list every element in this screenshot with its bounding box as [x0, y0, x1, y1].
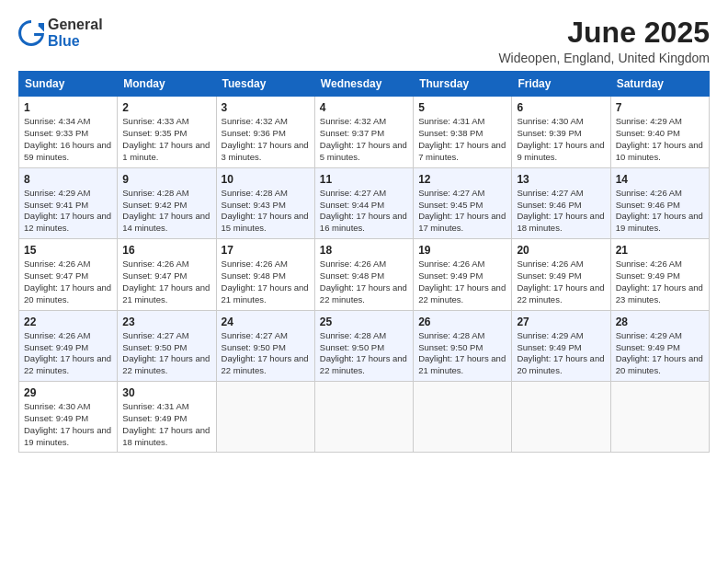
day-info: Sunrise: 4:33 AMSunset: 9:35 PMDaylight:… — [122, 116, 210, 163]
calendar-cell: 7Sunrise: 4:29 AMSunset: 9:40 PMDaylight… — [610, 97, 709, 167]
calendar-week-3: 15Sunrise: 4:26 AMSunset: 9:47 PMDayligh… — [19, 239, 710, 310]
day-number: 19 — [418, 243, 506, 258]
day-info: Sunrise: 4:26 AMSunset: 9:47 PMDaylight:… — [122, 259, 210, 305]
day-info: Sunrise: 4:34 AMSunset: 9:33 PMDaylight:… — [24, 116, 112, 163]
day-info: Sunrise: 4:29 AMSunset: 9:49 PMDaylight:… — [517, 330, 605, 377]
day-number: 12 — [418, 172, 506, 187]
day-number: 4 — [320, 100, 408, 115]
calendar-cell: 23Sunrise: 4:27 AMSunset: 9:50 PMDayligh… — [118, 310, 216, 381]
day-info: Sunrise: 4:29 AMSunset: 9:41 PMDaylight:… — [24, 188, 112, 235]
day-number: 18 — [320, 243, 408, 258]
day-info: Sunrise: 4:30 AMSunset: 9:39 PMDaylight:… — [517, 116, 605, 163]
calendar-cell: 18Sunrise: 4:26 AMSunset: 9:48 PMDayligh… — [314, 239, 413, 310]
calendar-cell: 1Sunrise: 4:34 AMSunset: 9:33 PMDaylight… — [19, 97, 118, 167]
day-number: 8 — [24, 172, 112, 187]
logo: General Blue — [18, 17, 103, 49]
day-number: 23 — [122, 315, 210, 329]
calendar-cell: 25Sunrise: 4:28 AMSunset: 9:50 PMDayligh… — [314, 310, 413, 381]
day-info: Sunrise: 4:31 AMSunset: 9:49 PMDaylight:… — [122, 401, 210, 448]
calendar-cell — [216, 381, 314, 452]
month-title: June 2025 — [498, 17, 710, 49]
day-info: Sunrise: 4:31 AMSunset: 9:38 PMDaylight:… — [418, 116, 506, 163]
calendar-cell: 27Sunrise: 4:29 AMSunset: 9:49 PMDayligh… — [512, 310, 610, 381]
weekday-header-monday: Monday — [118, 72, 216, 97]
day-number: 5 — [418, 100, 506, 115]
day-number: 1 — [24, 100, 112, 115]
calendar-cell: 30Sunrise: 4:31 AMSunset: 9:49 PMDayligh… — [118, 381, 216, 452]
day-number: 24 — [222, 315, 310, 329]
day-info: Sunrise: 4:26 AMSunset: 9:47 PMDaylight:… — [24, 259, 112, 305]
day-info: Sunrise: 4:26 AMSunset: 9:48 PMDaylight:… — [320, 259, 408, 305]
calendar-cell — [414, 381, 512, 452]
day-info: Sunrise: 4:32 AMSunset: 9:37 PMDaylight:… — [320, 116, 408, 163]
header-area: General Blue June 2025 Wideopen, England… — [18, 17, 710, 65]
calendar-cell: 5Sunrise: 4:31 AMSunset: 9:38 PMDaylight… — [414, 97, 512, 167]
day-info: Sunrise: 4:27 AMSunset: 9:50 PMDaylight:… — [222, 330, 310, 377]
day-info: Sunrise: 4:28 AMSunset: 9:50 PMDaylight:… — [320, 330, 408, 377]
calendar-cell: 3Sunrise: 4:32 AMSunset: 9:36 PMDaylight… — [216, 97, 314, 167]
day-info: Sunrise: 4:26 AMSunset: 9:49 PMDaylight:… — [24, 330, 112, 377]
day-number: 11 — [320, 172, 408, 187]
calendar-cell: 15Sunrise: 4:26 AMSunset: 9:47 PMDayligh… — [19, 239, 118, 310]
calendar-cell — [314, 381, 413, 452]
calendar-cell: 29Sunrise: 4:30 AMSunset: 9:49 PMDayligh… — [19, 381, 118, 452]
logo-text: General Blue — [48, 17, 103, 49]
day-number: 26 — [418, 315, 506, 329]
day-number: 27 — [517, 315, 605, 329]
calendar-cell: 12Sunrise: 4:27 AMSunset: 9:45 PMDayligh… — [414, 167, 512, 238]
day-number: 7 — [616, 100, 704, 115]
weekday-header-friday: Friday — [512, 72, 610, 97]
day-number: 28 — [616, 315, 704, 329]
logo-icon — [18, 20, 44, 46]
day-info: Sunrise: 4:30 AMSunset: 9:49 PMDaylight:… — [24, 401, 112, 448]
day-info: Sunrise: 4:26 AMSunset: 9:49 PMDaylight:… — [517, 259, 605, 305]
calendar-cell: 8Sunrise: 4:29 AMSunset: 9:41 PMDaylight… — [19, 167, 118, 238]
day-number: 14 — [616, 172, 704, 187]
calendar-week-4: 22Sunrise: 4:26 AMSunset: 9:49 PMDayligh… — [19, 310, 710, 381]
weekday-header-wednesday: Wednesday — [314, 72, 413, 97]
day-info: Sunrise: 4:26 AMSunset: 9:46 PMDaylight:… — [616, 188, 704, 235]
calendar-body: 1Sunrise: 4:34 AMSunset: 9:33 PMDaylight… — [19, 97, 710, 453]
day-number: 29 — [24, 385, 112, 400]
calendar-cell: 14Sunrise: 4:26 AMSunset: 9:46 PMDayligh… — [610, 167, 709, 238]
day-info: Sunrise: 4:27 AMSunset: 9:45 PMDaylight:… — [418, 188, 506, 235]
weekday-header-sunday: Sunday — [19, 72, 118, 97]
weekday-header-row: SundayMondayTuesdayWednesdayThursdayFrid… — [19, 72, 710, 97]
day-number: 13 — [517, 172, 605, 187]
calendar-week-5: 29Sunrise: 4:30 AMSunset: 9:49 PMDayligh… — [19, 381, 710, 452]
calendar-cell: 10Sunrise: 4:28 AMSunset: 9:43 PMDayligh… — [216, 167, 314, 238]
day-info: Sunrise: 4:28 AMSunset: 9:42 PMDaylight:… — [122, 188, 210, 235]
page: General Blue June 2025 Wideopen, England… — [0, 0, 728, 563]
calendar-week-1: 1Sunrise: 4:34 AMSunset: 9:33 PMDaylight… — [19, 97, 710, 167]
day-number: 22 — [24, 315, 112, 329]
day-info: Sunrise: 4:26 AMSunset: 9:49 PMDaylight:… — [616, 259, 704, 305]
day-info: Sunrise: 4:26 AMSunset: 9:48 PMDaylight:… — [222, 259, 310, 305]
day-number: 10 — [222, 172, 310, 187]
location-title: Wideopen, England, United Kingdom — [498, 51, 710, 65]
calendar-cell: 24Sunrise: 4:27 AMSunset: 9:50 PMDayligh… — [216, 310, 314, 381]
calendar-cell: 22Sunrise: 4:26 AMSunset: 9:49 PMDayligh… — [19, 310, 118, 381]
calendar-table: SundayMondayTuesdayWednesdayThursdayFrid… — [18, 71, 710, 453]
calendar-cell: 9Sunrise: 4:28 AMSunset: 9:42 PMDaylight… — [118, 167, 216, 238]
day-info: Sunrise: 4:29 AMSunset: 9:49 PMDaylight:… — [616, 330, 704, 377]
day-number: 3 — [222, 100, 310, 115]
title-block: June 2025 Wideopen, England, United King… — [498, 17, 710, 65]
day-number: 2 — [122, 100, 210, 115]
calendar-cell: 21Sunrise: 4:26 AMSunset: 9:49 PMDayligh… — [610, 239, 709, 310]
calendar-cell: 17Sunrise: 4:26 AMSunset: 9:48 PMDayligh… — [216, 239, 314, 310]
day-info: Sunrise: 4:27 AMSunset: 9:46 PMDaylight:… — [517, 188, 605, 235]
day-number: 21 — [616, 243, 704, 258]
calendar-cell: 13Sunrise: 4:27 AMSunset: 9:46 PMDayligh… — [512, 167, 610, 238]
day-info: Sunrise: 4:27 AMSunset: 9:50 PMDaylight:… — [122, 330, 210, 377]
day-number: 9 — [122, 172, 210, 187]
logo-blue: Blue — [48, 33, 80, 49]
day-number: 16 — [122, 243, 210, 258]
calendar-week-2: 8Sunrise: 4:29 AMSunset: 9:41 PMDaylight… — [19, 167, 710, 238]
day-info: Sunrise: 4:32 AMSunset: 9:36 PMDaylight:… — [222, 116, 310, 163]
day-info: Sunrise: 4:26 AMSunset: 9:49 PMDaylight:… — [418, 259, 506, 305]
calendar-cell: 26Sunrise: 4:28 AMSunset: 9:50 PMDayligh… — [414, 310, 512, 381]
weekday-header-thursday: Thursday — [414, 72, 512, 97]
calendar-cell: 11Sunrise: 4:27 AMSunset: 9:44 PMDayligh… — [314, 167, 413, 238]
calendar-cell: 28Sunrise: 4:29 AMSunset: 9:49 PMDayligh… — [610, 310, 709, 381]
day-number: 17 — [222, 243, 310, 258]
